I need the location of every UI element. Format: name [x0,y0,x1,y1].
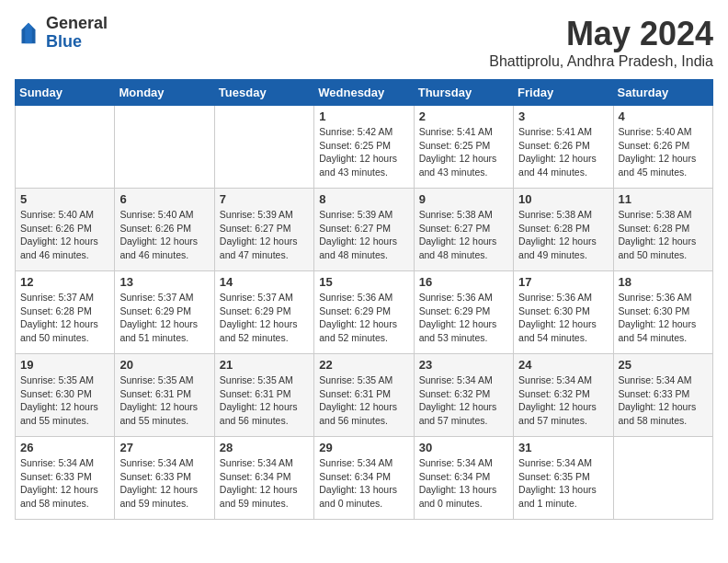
day-info: Sunrise: 5:37 AMSunset: 6:29 PMDaylight:… [119,291,209,345]
day-number: 14 [220,275,309,289]
day-number: 13 [119,275,209,289]
calendar-cell: 30Sunrise: 5:34 AMSunset: 6:34 PMDayligh… [414,437,513,520]
calendar-cell [214,106,313,189]
calendar-cell: 1Sunrise: 5:42 AMSunset: 6:25 PMDaylight… [314,106,414,189]
day-info: Sunrise: 5:34 AMSunset: 6:33 PMDaylight:… [20,456,109,511]
calendar-week-row: 26Sunrise: 5:34 AMSunset: 6:33 PMDayligh… [16,437,713,520]
day-number: 27 [119,441,209,454]
day-info: Sunrise: 5:41 AMSunset: 6:25 PMDaylight:… [419,125,508,179]
day-number: 31 [518,441,608,454]
day-number: 18 [619,275,708,289]
day-number: 21 [220,358,309,372]
calendar-cell: 3Sunrise: 5:41 AMSunset: 6:26 PMDaylight… [514,106,613,189]
calendar-cell: 16Sunrise: 5:36 AMSunset: 6:29 PMDayligh… [414,271,513,354]
calendar-cell: 14Sunrise: 5:37 AMSunset: 6:29 PMDayligh… [214,271,313,354]
calendar-cell [16,106,115,189]
day-info: Sunrise: 5:35 AMSunset: 6:30 PMDaylight:… [20,373,109,428]
calendar-cell: 22Sunrise: 5:35 AMSunset: 6:31 PMDayligh… [314,354,414,437]
calendar-cell: 18Sunrise: 5:36 AMSunset: 6:30 PMDayligh… [613,271,712,354]
calendar-cell: 10Sunrise: 5:38 AMSunset: 6:28 PMDayligh… [514,189,613,271]
calendar-week-row: 1Sunrise: 5:42 AMSunset: 6:25 PMDaylight… [16,106,713,189]
day-info: Sunrise: 5:37 AMSunset: 6:28 PMDaylight:… [20,291,109,345]
day-info: Sunrise: 5:40 AMSunset: 6:26 PMDaylight:… [619,125,708,179]
day-info: Sunrise: 5:36 AMSunset: 6:29 PMDaylight:… [319,291,408,345]
day-info: Sunrise: 5:34 AMSunset: 6:34 PMDaylight:… [319,456,408,511]
day-info: Sunrise: 5:34 AMSunset: 6:35 PMDaylight:… [518,456,608,511]
day-number: 4 [619,109,708,123]
calendar-cell: 26Sunrise: 5:34 AMSunset: 6:33 PMDayligh… [16,437,115,520]
calendar-cell: 29Sunrise: 5:34 AMSunset: 6:34 PMDayligh… [314,437,414,520]
logo-text: General Blue [46,15,108,52]
day-info: Sunrise: 5:35 AMSunset: 6:31 PMDaylight:… [220,373,309,428]
page-header: General Blue May 2024 Bhattiprolu, Andhr… [15,15,713,70]
month-title: May 2024 [489,15,713,53]
day-number: 10 [518,192,608,206]
day-info: Sunrise: 5:34 AMSunset: 6:34 PMDaylight:… [220,456,309,511]
weekday-header-wednesday: Wednesday [314,80,414,106]
calendar-cell: 20Sunrise: 5:35 AMSunset: 6:31 PMDayligh… [115,354,214,437]
day-number: 23 [419,358,508,372]
weekday-header-tuesday: Tuesday [214,80,313,106]
weekday-header-friday: Friday [514,80,613,106]
day-info: Sunrise: 5:41 AMSunset: 6:26 PMDaylight:… [518,125,608,179]
day-info: Sunrise: 5:40 AMSunset: 6:26 PMDaylight:… [119,208,209,262]
day-info: Sunrise: 5:34 AMSunset: 6:33 PMDaylight:… [119,456,209,511]
logo-icon [15,19,42,47]
day-number: 3 [518,109,608,123]
day-info: Sunrise: 5:39 AMSunset: 6:27 PMDaylight:… [319,208,408,262]
day-info: Sunrise: 5:34 AMSunset: 6:32 PMDaylight:… [419,373,508,428]
calendar-cell: 2Sunrise: 5:41 AMSunset: 6:25 PMDaylight… [414,106,513,189]
calendar-cell [613,437,712,520]
day-info: Sunrise: 5:34 AMSunset: 6:34 PMDaylight:… [419,456,508,511]
day-number: 24 [518,358,608,372]
day-number: 5 [20,192,109,206]
day-info: Sunrise: 5:38 AMSunset: 6:27 PMDaylight:… [419,208,508,262]
logo-blue: Blue [46,33,108,52]
day-number: 1 [319,109,408,123]
weekday-header-row: SundayMondayTuesdayWednesdayThursdayFrid… [16,80,713,106]
calendar-cell: 9Sunrise: 5:38 AMSunset: 6:27 PMDaylight… [414,189,513,271]
calendar-cell: 11Sunrise: 5:38 AMSunset: 6:28 PMDayligh… [613,189,712,271]
day-info: Sunrise: 5:38 AMSunset: 6:28 PMDaylight:… [518,208,608,262]
weekday-header-thursday: Thursday [414,80,513,106]
day-info: Sunrise: 5:37 AMSunset: 6:29 PMDaylight:… [220,291,309,345]
day-info: Sunrise: 5:36 AMSunset: 6:29 PMDaylight:… [419,291,508,345]
day-info: Sunrise: 5:35 AMSunset: 6:31 PMDaylight:… [119,373,209,428]
calendar-cell: 7Sunrise: 5:39 AMSunset: 6:27 PMDaylight… [214,189,313,271]
day-number: 9 [419,192,508,206]
day-number: 8 [319,192,408,206]
location-title: Bhattiprolu, Andhra Pradesh, India [489,53,713,70]
calendar-cell: 4Sunrise: 5:40 AMSunset: 6:26 PMDaylight… [613,106,712,189]
day-info: Sunrise: 5:40 AMSunset: 6:26 PMDaylight:… [20,208,109,262]
day-info: Sunrise: 5:42 AMSunset: 6:25 PMDaylight:… [319,125,408,179]
day-number: 30 [419,441,508,454]
calendar-cell: 19Sunrise: 5:35 AMSunset: 6:30 PMDayligh… [16,354,115,437]
calendar-cell: 8Sunrise: 5:39 AMSunset: 6:27 PMDaylight… [314,189,414,271]
day-number: 22 [319,358,408,372]
calendar-cell: 15Sunrise: 5:36 AMSunset: 6:29 PMDayligh… [314,271,414,354]
calendar-cell: 25Sunrise: 5:34 AMSunset: 6:33 PMDayligh… [613,354,712,437]
logo-general: General [46,15,108,33]
day-number: 29 [319,441,408,454]
calendar-cell [115,106,214,189]
calendar-cell: 17Sunrise: 5:36 AMSunset: 6:30 PMDayligh… [514,271,613,354]
day-info: Sunrise: 5:34 AMSunset: 6:33 PMDaylight:… [619,373,708,428]
calendar-cell: 6Sunrise: 5:40 AMSunset: 6:26 PMDaylight… [115,189,214,271]
day-number: 2 [419,109,508,123]
calendar-cell: 23Sunrise: 5:34 AMSunset: 6:32 PMDayligh… [414,354,513,437]
day-number: 11 [619,192,708,206]
day-number: 28 [220,441,309,454]
day-info: Sunrise: 5:38 AMSunset: 6:28 PMDaylight:… [619,208,708,262]
day-number: 6 [119,192,209,206]
title-block: May 2024 Bhattiprolu, Andhra Pradesh, In… [489,15,713,70]
calendar-table: SundayMondayTuesdayWednesdayThursdayFrid… [15,79,713,520]
calendar-cell: 27Sunrise: 5:34 AMSunset: 6:33 PMDayligh… [115,437,214,520]
weekday-header-saturday: Saturday [613,80,712,106]
weekday-header-monday: Monday [115,80,214,106]
day-number: 20 [119,358,209,372]
day-info: Sunrise: 5:36 AMSunset: 6:30 PMDaylight:… [619,291,708,345]
calendar-cell: 12Sunrise: 5:37 AMSunset: 6:28 PMDayligh… [16,271,115,354]
logo: General Blue [15,15,108,52]
calendar-cell: 5Sunrise: 5:40 AMSunset: 6:26 PMDaylight… [16,189,115,271]
day-info: Sunrise: 5:35 AMSunset: 6:31 PMDaylight:… [319,373,408,428]
